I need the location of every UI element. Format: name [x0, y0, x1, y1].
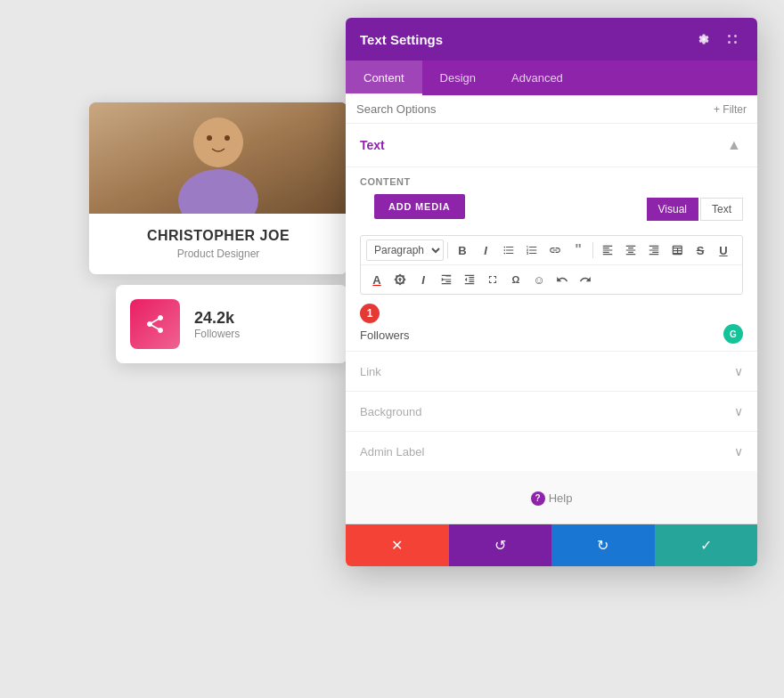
followers-count: 24.2k: [194, 309, 240, 328]
help-label: Help: [549, 491, 573, 505]
profile-card: CHRISTOPHER JOE Product Designer: [89, 102, 347, 274]
link-section-title: Link: [360, 365, 381, 378]
visual-toggle-btn[interactable]: Visual: [647, 198, 698, 221]
background-section-header[interactable]: Background ∨: [346, 392, 757, 431]
section-header: Text ▲: [346, 124, 757, 167]
align-right-btn[interactable]: [643, 239, 665, 261]
ordered-list-btn[interactable]: [521, 239, 543, 261]
editor-text[interactable]: Followers: [360, 329, 743, 342]
font-color-btn[interactable]: A: [366, 269, 388, 290]
svg-point-1: [193, 118, 243, 167]
help-icon: ?: [531, 491, 545, 506]
quote-btn[interactable]: ": [568, 239, 589, 261]
help-link[interactable]: ? Help: [531, 491, 573, 506]
profile-info: CHRISTOPHER JOE Product Designer: [89, 214, 347, 274]
align-left-btn[interactable]: [597, 239, 618, 261]
profile-name: CHRISTOPHER JOE: [103, 228, 333, 244]
action-bar: ✕ ↺ ↻ ✓: [346, 524, 757, 566]
expand-icon-btn[interactable]: [722, 28, 743, 50]
background-section: Background ∨: [346, 391, 757, 431]
unordered-list-btn[interactable]: [498, 239, 519, 261]
undo-button[interactable]: ↺: [449, 524, 552, 566]
background-section-title: Background: [360, 405, 421, 418]
clear-format-btn[interactable]: [389, 269, 411, 290]
followers-icon-box: [130, 299, 180, 349]
followers-data: 24.2k Followers: [194, 309, 240, 340]
link-section: Link ∨: [346, 351, 757, 391]
text-section: Text ▲ Content ADD MEDIA Visual Text Par…: [346, 124, 757, 351]
help-section: ? Help: [346, 471, 757, 524]
panel-title: Text Settings: [360, 32, 443, 47]
admin-label-title: Admin Label: [360, 445, 424, 459]
filter-button[interactable]: + Filter: [714, 103, 747, 116]
admin-label-section: Admin Label ∨: [346, 431, 757, 471]
panel-header-icons: [693, 28, 743, 50]
italic3-btn[interactable]: I: [412, 269, 434, 290]
settings-panel: Text Settings Content Design Advanced + …: [346, 18, 757, 566]
redo-button[interactable]: ↻: [551, 524, 655, 566]
grammarly-icon: G: [723, 324, 743, 344]
panel-content: Text ▲ Content ADD MEDIA Visual Text Par…: [346, 124, 757, 524]
followers-label: Followers: [194, 328, 240, 340]
panel-header: Text Settings: [346, 18, 757, 61]
table-btn[interactable]: [666, 239, 688, 261]
share-icon: [144, 313, 166, 335]
toolbar-row-1: Paragraph B I ": [361, 236, 742, 265]
cancel-button[interactable]: ✕: [346, 524, 449, 566]
align-center-btn[interactable]: [620, 239, 641, 261]
toolbar-divider-2: [592, 242, 593, 258]
tab-advanced[interactable]: Advanced: [494, 61, 581, 95]
panel-tabs: Content Design Advanced: [346, 61, 757, 95]
paragraph-select[interactable]: Paragraph: [366, 239, 444, 261]
toolbar-row-2: A I Ω ☺: [361, 265, 742, 294]
emoji-btn[interactable]: ☺: [528, 269, 550, 290]
text-toggle-btn[interactable]: Text: [700, 198, 743, 221]
save-button[interactable]: ✓: [655, 524, 758, 566]
tab-design[interactable]: Design: [422, 61, 494, 95]
profile-title: Product Designer: [103, 248, 333, 260]
special-char-btn[interactable]: Ω: [505, 269, 527, 290]
link-btn[interactable]: [544, 239, 566, 261]
toolbar-divider-1: [447, 242, 448, 258]
admin-label-section-header[interactable]: Admin Label ∨: [346, 432, 757, 471]
editor-toolbar: Paragraph B I ": [360, 235, 743, 295]
background-chevron-icon: ∨: [734, 404, 743, 418]
italic-btn[interactable]: I: [475, 239, 496, 261]
fullscreen-btn[interactable]: [482, 269, 503, 290]
indent-btn[interactable]: [436, 269, 457, 290]
settings-icon-btn[interactable]: [693, 28, 715, 50]
underline-btn[interactable]: U: [713, 239, 734, 261]
step-badge: 1: [360, 304, 380, 323]
admin-label-chevron-icon: ∨: [734, 444, 743, 459]
undo-edit-btn[interactable]: [551, 269, 573, 290]
search-bar: + Filter: [346, 95, 757, 124]
redo-edit-btn[interactable]: [575, 269, 596, 290]
add-media-button[interactable]: ADD MEDIA: [374, 194, 465, 219]
section-collapse-btn[interactable]: ▲: [725, 136, 743, 154]
followers-widget: 24.2k Followers: [116, 285, 347, 363]
strikethrough-btn[interactable]: S: [690, 239, 711, 261]
section-title: Text: [360, 138, 385, 152]
bold-btn[interactable]: B: [452, 239, 473, 261]
svg-point-4: [225, 135, 230, 141]
profile-image: [89, 102, 347, 214]
tab-content[interactable]: Content: [346, 61, 422, 95]
editor-content-area[interactable]: 1 Followers G: [346, 295, 757, 351]
link-section-header[interactable]: Link ∨: [346, 352, 757, 391]
search-input[interactable]: [356, 102, 714, 116]
svg-point-3: [207, 135, 212, 141]
link-chevron-icon: ∨: [734, 364, 743, 378]
content-label: Content: [346, 167, 757, 191]
outdent-btn[interactable]: [459, 269, 480, 290]
